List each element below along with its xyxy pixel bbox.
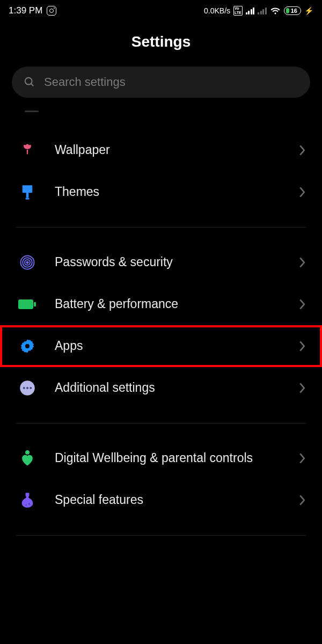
search-placeholder: Search settings [44,75,126,89]
fingerprint-icon [18,253,36,272]
chevron-right-icon [298,298,306,310]
svg-point-19 [26,504,27,506]
gear-icon [18,337,36,355]
svg-point-11 [25,344,30,348]
status-time: 1:39 PM [9,5,42,16]
settings-item-passwords[interactable]: Passwords & security [0,241,322,283]
item-label: Wallpaper [55,142,280,158]
section-stub [25,111,39,112]
volte-icon: VoLTE [233,6,243,16]
item-label: Battery & performance [55,296,280,312]
settings-item-special[interactable]: Special features [0,479,322,521]
status-data-rate: 0.0KB/s [204,6,230,15]
chevron-right-icon [298,494,306,506]
settings-group-personalize: Wallpaper Themes [0,125,322,217]
settings-item-apps[interactable]: Apps [0,325,322,367]
paintbrush-icon [18,183,36,201]
flask-icon [18,491,36,509]
svg-point-14 [26,387,28,389]
chevron-right-icon [298,257,306,268]
svg-point-16 [25,450,30,455]
item-label: Themes [55,184,280,200]
instagram-icon [47,6,56,16]
svg-point-18 [28,503,30,504]
chevron-right-icon [298,382,306,394]
item-label: Apps [55,338,280,354]
chevron-right-icon [298,452,306,464]
svg-point-13 [23,387,25,389]
heart-person-icon [18,449,36,467]
status-bar: 1:39 PM 0.0KB/s VoLTE 16 ⚡ [0,0,322,19]
chevron-right-icon [298,144,306,156]
svg-point-0 [25,78,32,85]
tulip-icon [18,141,36,159]
chevron-right-icon [298,186,306,198]
charging-icon: ⚡ [304,6,313,15]
more-icon [18,379,36,397]
svg-point-15 [30,387,32,389]
battery-icon [18,295,36,313]
search-icon [24,76,35,88]
item-label: Digital Wellbeing & parental controls [55,450,280,466]
settings-item-battery[interactable]: Battery & performance [0,283,322,325]
settings-group-system: Passwords & security Battery & performan… [0,237,322,413]
item-label: Special features [55,492,280,508]
svg-rect-10 [34,302,36,306]
wifi-icon [270,6,281,15]
svg-point-8 [26,261,28,263]
item-label: Additional settings [55,380,280,396]
divider [16,227,306,228]
divider [16,535,306,536]
item-label: Passwords & security [55,254,280,270]
signal-icon [246,7,255,14]
svg-line-1 [31,84,34,86]
battery-icon: 16 [284,6,301,15]
settings-group-wellbeing: Digital Wellbeing & parental controls Sp… [0,433,322,525]
divider [16,423,306,423]
settings-item-themes[interactable]: Themes [0,171,322,213]
search-input[interactable]: Search settings [12,67,310,98]
chevron-right-icon [298,340,306,352]
signal-icon-2 [258,7,267,14]
svg-rect-4 [26,197,30,199]
page-title: Settings [0,19,322,67]
settings-item-additional[interactable]: Additional settings [0,367,322,409]
svg-rect-3 [26,193,29,197]
settings-item-wellbeing[interactable]: Digital Wellbeing & parental controls [0,437,322,479]
settings-item-wallpaper[interactable]: Wallpaper [0,129,322,171]
svg-rect-2 [23,185,32,193]
svg-rect-9 [18,299,33,309]
